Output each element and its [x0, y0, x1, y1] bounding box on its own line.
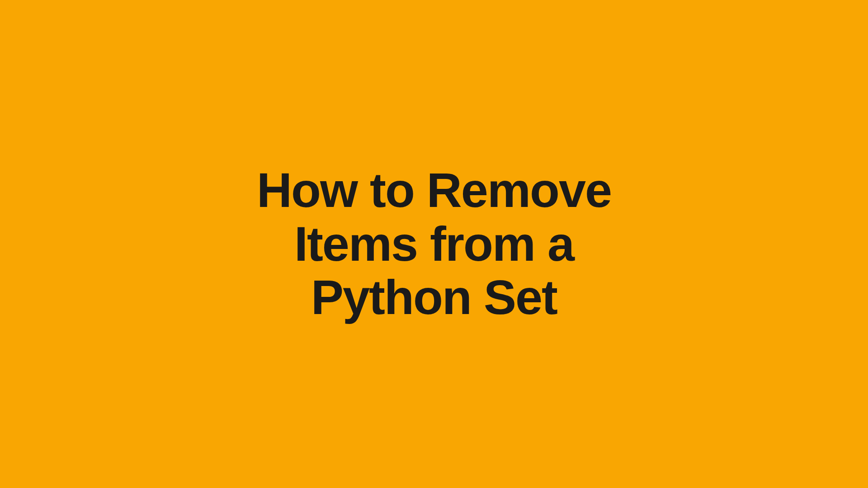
title-line-3: Python Set [311, 270, 557, 324]
main-title: How to Remove Items from a Python Set [257, 164, 611, 324]
title-line-2: Items from a [294, 216, 574, 271]
title-line-1: How to Remove [257, 163, 611, 217]
